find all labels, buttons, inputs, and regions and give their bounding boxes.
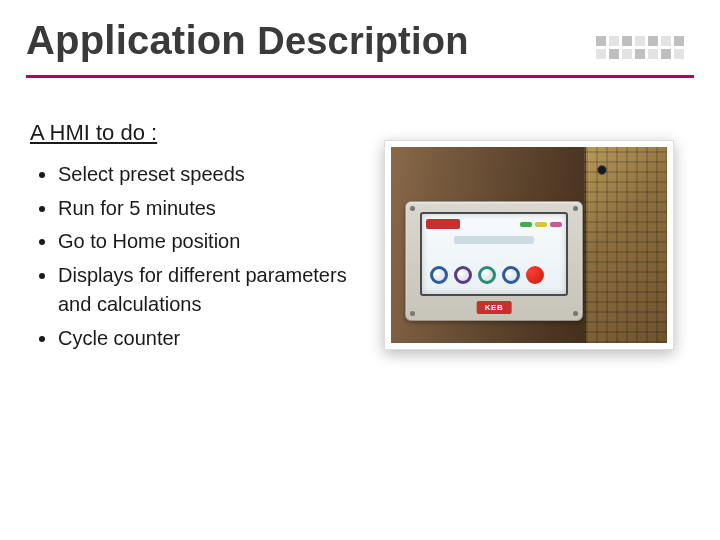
dial-row	[430, 266, 544, 284]
gauge-blue-icon	[430, 266, 448, 284]
hmi-screen	[420, 212, 568, 296]
gauge-blue-icon	[502, 266, 520, 284]
left-column: A HMI to do : Select preset speeds Run f…	[26, 120, 356, 358]
hmi-photo: KEB	[391, 147, 667, 343]
brand-plate: KEB	[477, 301, 512, 314]
indicator-green-icon	[520, 222, 532, 227]
logo-mark	[596, 36, 684, 59]
photo-frame: KEB	[384, 140, 674, 350]
subheading: A HMI to do :	[30, 120, 356, 146]
list-item: Displays for different parameters and ca…	[58, 261, 356, 320]
stop-button-icon	[526, 266, 544, 284]
hmi-panel: KEB	[405, 201, 583, 321]
content-row: A HMI to do : Select preset speeds Run f…	[26, 120, 694, 358]
status-tag-icon	[426, 219, 460, 229]
gauge-purple-icon	[454, 266, 472, 284]
list-item: Go to Home position	[58, 227, 356, 257]
feature-list: Select preset speeds Run for 5 minutes G…	[30, 160, 356, 354]
indicator-yellow-icon	[535, 222, 547, 227]
list-item: Run for 5 minutes	[58, 194, 356, 224]
right-column: KEB	[384, 120, 694, 358]
indicator-pink-icon	[550, 222, 562, 227]
list-item: Cycle counter	[58, 324, 356, 354]
slide-title: Application Description	[26, 18, 469, 63]
cabinet-grille	[584, 147, 667, 343]
gauge-teal-icon	[478, 266, 496, 284]
knob-icon	[597, 165, 607, 175]
list-item: Select preset speeds	[58, 160, 356, 190]
title-part2: Description	[257, 20, 468, 62]
divider	[26, 75, 694, 78]
screen-label-icon	[454, 236, 534, 244]
title-row: Application Description	[26, 18, 694, 63]
title-part1: Application	[26, 18, 246, 62]
slide: Application Description A HMI to do : Se…	[0, 0, 720, 540]
